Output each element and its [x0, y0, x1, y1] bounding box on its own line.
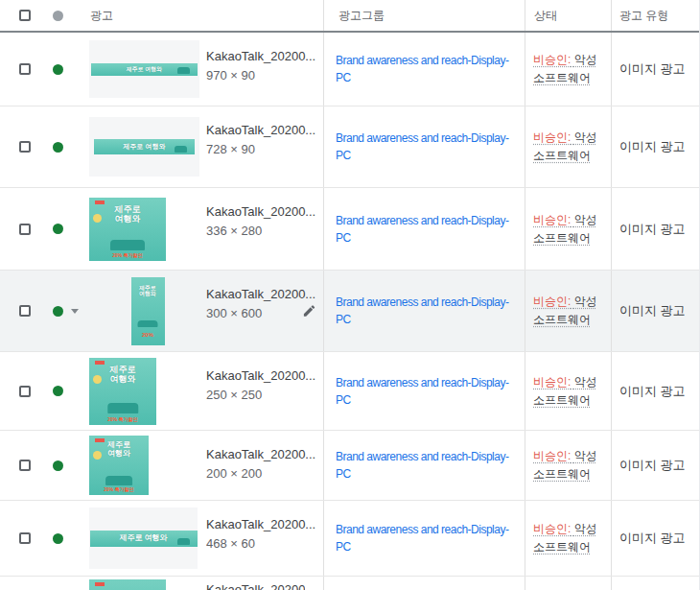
status-cell: 비승인: 악성 소프트웨어	[525, 431, 611, 500]
ad-size: 336 × 280	[206, 222, 315, 241]
status-text[interactable]: 비승인: 악성 소프트웨어	[533, 520, 609, 556]
ad-thumbnail[interactable]: 제주로 여행와 20% 특가할인	[89, 436, 149, 495]
enabled-status-dot-icon[interactable]	[53, 386, 63, 396]
row-checkbox[interactable]	[19, 460, 31, 471]
enabled-status-dot-icon[interactable]	[53, 460, 63, 471]
status-dot-cell	[44, 271, 89, 351]
ad-thumbnail[interactable]	[89, 579, 166, 590]
ad-name: KakaoTalk_20200...	[206, 47, 315, 66]
ad-name: KakaoTalk_20200...	[206, 366, 315, 386]
creative-badge: 20% 특가할인	[107, 416, 137, 422]
header-checkbox-cell	[0, 0, 44, 31]
checkbox-cell	[0, 33, 44, 106]
status-text[interactable]: 비승인: 악성 소프트웨어	[533, 211, 609, 248]
enabled-status-dot-icon[interactable]	[53, 306, 63, 317]
car-illustration	[107, 403, 138, 413]
ad-text-block: KakaoTalk_20200... 336 × 280	[206, 188, 315, 270]
thumbnail-box: 제주로 여행와 20% 특가할인	[89, 431, 206, 500]
ad-group-link[interactable]: Brand awareness and reach-Display-PC	[336, 521, 517, 555]
ad-group-link[interactable]: Brand awareness and reach-Display-PC	[336, 212, 517, 247]
row-checkbox[interactable]	[19, 141, 31, 153]
thumbnail-box: 제주로 여행와	[89, 501, 206, 576]
ad-cell: 제주로 여행와 KakaoTalk_20200... 970 × 90	[89, 33, 323, 106]
ad-type-cell: 이미지 광고	[611, 271, 700, 351]
creative-text: 제주로 여행와	[106, 365, 139, 385]
enabled-status-dot-icon[interactable]	[53, 224, 63, 234]
status-text[interactable]: 비승인: 악성 소프트웨어	[533, 51, 609, 87]
ad-thumbnail[interactable]: 제주로 여행와	[94, 139, 195, 154]
status-cell: 비승인: 악성 소프트웨어	[525, 33, 611, 106]
ad-group-link[interactable]: Brand awareness and reach-Display-PC	[336, 130, 517, 164]
creative-text: 제주로 여행와	[124, 143, 166, 151]
row-checkbox[interactable]	[19, 386, 31, 397]
row-checkbox[interactable]	[19, 224, 31, 235]
checkbox-cell	[0, 188, 44, 270]
ad-text-block: KakaoTalk_20200	[206, 577, 305, 590]
table-row: 제주로 여행와 KakaoTalk_20200... 728 × 90 Bran…	[0, 106, 700, 188]
ad-type-cell: 이미지 광고	[611, 188, 700, 270]
ad-thumbnail[interactable]: 제주로 여행와	[91, 63, 198, 76]
ad-name: KakaoTalk_20200...	[206, 285, 315, 304]
car-illustration	[138, 320, 158, 327]
status-text[interactable]: 비승인: 악성 소프트웨어	[533, 129, 609, 165]
row-checkbox[interactable]	[19, 305, 31, 317]
thumbnail-box: 제주로 여행와 20% 특가할인	[89, 352, 206, 430]
edit-pencil-icon[interactable]	[302, 304, 316, 319]
status-dot-cell	[44, 106, 89, 187]
ad-type-label: 이미지 광고	[619, 457, 686, 474]
ad-group-link[interactable]: Brand awareness and reach-Display-PC	[336, 52, 517, 86]
status-prefix: 비승인:	[533, 213, 571, 226]
checkbox-cell	[0, 577, 44, 590]
row-checkbox[interactable]	[19, 532, 31, 544]
ad-type-label: 이미지 광고	[619, 138, 686, 155]
status-prefix: 비승인:	[533, 130, 571, 144]
ad-thumbnail[interactable]: 제주로 여행와	[90, 531, 198, 547]
checkbox-cell	[0, 431, 44, 500]
enabled-status-dot-icon[interactable]	[53, 142, 63, 153]
ad-group-link[interactable]: Brand awareness and reach-Display-PC	[336, 294, 517, 328]
status-text[interactable]: 비승인: 악성 소프트웨어	[533, 293, 609, 329]
column-header-ad[interactable]: 광고	[89, 0, 323, 31]
ad-cell: 제주로 여행와 20% 특가할인 KakaoTalk_20200... 336 …	[89, 188, 323, 270]
ad-type-cell: 이미지 광고	[611, 501, 700, 576]
ad-name: KakaoTalk_20200...	[206, 445, 315, 464]
car-illustration	[105, 476, 132, 485]
table-row: 제주로 여행와 20% 특가할인 KakaoTalk_20200... 336 …	[0, 188, 700, 271]
thumbnail-placeholder: 제주로 여행와	[89, 40, 199, 98]
status-prefix: 비승인:	[533, 522, 571, 535]
thumbnail-box: 제주로 여행와	[89, 106, 206, 187]
select-all-checkbox[interactable]	[19, 10, 31, 21]
column-header-status[interactable]: 상태	[525, 0, 611, 31]
ad-group-link[interactable]: Brand awareness and reach-Display-PC	[336, 448, 517, 483]
ad-size: 200 × 200	[206, 464, 315, 484]
ad-thumbnail[interactable]: 제주로 여행와 20% 특가할인	[89, 358, 156, 425]
table-row-selected: 제주로 여행와 20% KakaoTalk_20200... 300 × 600…	[0, 271, 700, 352]
column-header-ad-type[interactable]: 광고 유형	[611, 0, 700, 31]
status-prefix: 비승인:	[533, 375, 571, 389]
ad-group-cell: Brand awareness and reach-Display-PC	[323, 431, 525, 500]
status-text[interactable]: 비승인: 악성 소프트웨어	[533, 447, 609, 484]
ad-group-cell: Brand awareness and reach-Display-PC	[323, 33, 525, 106]
status-dropdown-caret-icon[interactable]	[71, 309, 79, 314]
ad-type-cell: 이미지 광고	[611, 352, 700, 430]
ad-group-cell: Brand awareness and reach-Display-PC	[323, 352, 525, 430]
enabled-status-dot-icon[interactable]	[53, 533, 63, 544]
ad-group-link[interactable]: Brand awareness and reach-Display-PC	[336, 374, 517, 409]
ad-thumbnail[interactable]: 제주로 여행와 20%	[131, 277, 165, 345]
ad-type-cell: 이미지 광고	[611, 33, 700, 106]
ad-cell: 제주로 여행와 20% 특가할인 KakaoTalk_20200... 250 …	[89, 352, 323, 430]
ad-size: 728 × 90	[206, 140, 315, 159]
column-header-ad-group[interactable]: 광고그룹	[323, 0, 525, 31]
row-checkbox[interactable]	[19, 63, 31, 75]
ad-size: 250 × 250	[206, 386, 315, 405]
creative-badge: 20% 특가할인	[112, 252, 142, 258]
status-cell: 비승인: 악성 소프트웨어	[525, 188, 611, 270]
status-dot-cell	[44, 188, 89, 270]
enabled-status-dot-icon[interactable]	[53, 64, 63, 75]
ad-group-cell: Brand awareness and reach-Display-PC	[323, 271, 525, 351]
checkbox-cell	[0, 106, 44, 187]
ad-group-cell: Brand awareness and reach-Display-PC	[323, 188, 525, 270]
ad-name: KakaoTalk_20200...	[206, 121, 315, 140]
ad-thumbnail[interactable]: 제주로 여행와 20% 특가할인	[89, 198, 166, 261]
status-text[interactable]: 비승인: 악성 소프트웨어	[533, 373, 609, 410]
